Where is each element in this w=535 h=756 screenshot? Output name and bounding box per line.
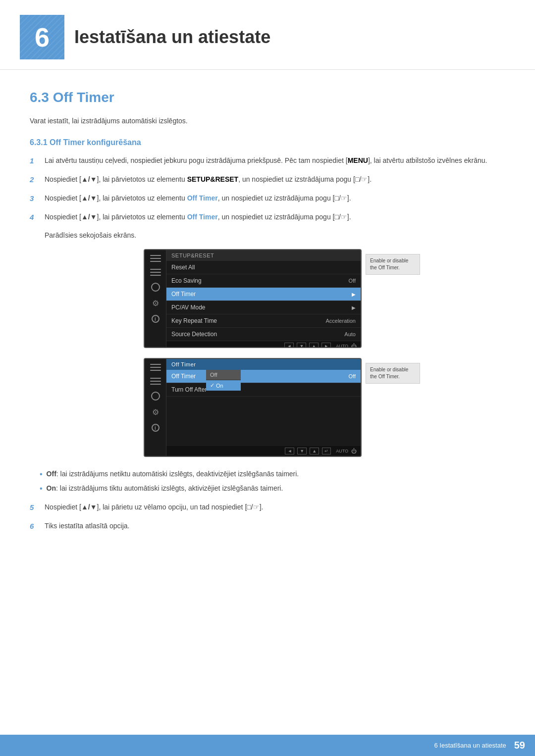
- screen2-bottom-bar: ◄ ▼ ▲ ↵ AUTO ⏻: [166, 446, 361, 456]
- bottom-btn-right: ►: [321, 343, 331, 348]
- sidebar2-icon-monitor: [150, 364, 161, 371]
- screen2-menu-header: Off Timer: [166, 359, 361, 370]
- bullet-item-on: • On: lai izstrādājums tiktu automātiski…: [40, 483, 505, 494]
- screen1-tooltip: Enable or disable the Off Timer.: [366, 254, 420, 275]
- screens-container: ⚙ i SETUP&RESET Reset All Eco Saving Off…: [59, 249, 505, 457]
- screen2-menu-item-off-timer: Off Timer Off Off ✓ On: [166, 370, 361, 383]
- menu-item-reset-all: Reset All: [166, 261, 361, 274]
- screen2-btn-left: ◄: [285, 448, 294, 454]
- screen2-btn-down: ▼: [297, 448, 307, 454]
- chapter-title: Iestatīšana un atiestate: [74, 27, 270, 48]
- sidebar-icon-monitor: [150, 255, 161, 262]
- footer-page-number: 59: [514, 740, 525, 751]
- bottom-btn-down: ▼: [297, 343, 306, 348]
- menu-item-pcav-mode: PC/AV Mode ▶: [166, 301, 361, 314]
- bottom-power-icon: ⏻: [351, 343, 357, 348]
- screen2-auto-label: AUTO: [336, 449, 348, 454]
- bottom-auto-label: AUTO: [336, 344, 348, 348]
- menu-item-source-detection: Source Detection Auto: [166, 328, 361, 341]
- step-2: 2 Nospiediet [▲/▼], lai pārvietotos uz e…: [30, 174, 505, 186]
- page-header: 6 Iestatīšana un atiestate: [0, 0, 535, 70]
- screen2-sidebar: ⚙ i: [145, 359, 166, 456]
- screen2-menu: Off Timer Off Timer Off Off ✓ On Turn Of…: [166, 359, 361, 456]
- sidebar2-icon-lines: [150, 378, 161, 385]
- footer-chapter-text: 6 Iestatīšana un atiestate: [434, 742, 506, 749]
- screen2-tooltip: Enable or disable the Off Timer.: [366, 363, 420, 384]
- sidebar2-icon-gear: ⚙: [152, 407, 159, 417]
- screen1-wrapper: ⚙ i SETUP&RESET Reset All Eco Saving Off…: [144, 249, 421, 348]
- sidebar-icon-gear: ⚙: [152, 299, 159, 308]
- steps-list-2: 5 Nospiediet [▲/▼], lai pārietu uz vēlam…: [30, 502, 505, 532]
- chapter-number: 6: [35, 22, 50, 52]
- screen1-menu: SETUP&RESET Reset All Eco Saving Off Off…: [166, 250, 361, 347]
- step-4: 4 Nospiediet [▲/▼], lai pārvietotos uz e…: [30, 211, 505, 223]
- sidebar-icon-lines: [150, 269, 161, 276]
- menu-item-key-repeat: Key Repeat Time Acceleration: [166, 314, 361, 328]
- step-1: 1 Lai atvērtu taustiņu ceļvedi, nospiedi…: [30, 155, 505, 167]
- steps-list-1: 1 Lai atvērtu taustiņu ceļvedi, nospiedi…: [30, 155, 505, 223]
- sidebar-icon-info: i: [152, 315, 160, 323]
- dropdown-on-option: ✓ On: [206, 380, 241, 391]
- screen2-mockup: ⚙ i Off Timer Off Timer Off Off ✓ On: [144, 358, 362, 457]
- bottom-btn-up: ▲: [309, 343, 319, 348]
- section-title: 6.3 Off Timer: [30, 90, 505, 105]
- menu-item-off-timer-active: Off Timer ▶: [166, 288, 361, 301]
- step-5: 5 Nospiediet [▲/▼], lai pārietu uz vēlam…: [30, 502, 505, 513]
- menu-item-eco-saving: Eco Saving Off: [166, 274, 361, 288]
- page-footer: 6 Iestatīšana un atiestate 59: [0, 735, 535, 756]
- screen2-btn-enter: ↵: [322, 448, 331, 454]
- screen1-sidebar: ⚙ i: [145, 250, 166, 347]
- sidebar2-icon-circle: [151, 392, 160, 401]
- step-3: 3 Nospiediet [▲/▼], lai pārvietotos uz e…: [30, 193, 505, 204]
- sidebar2-icon-info: i: [152, 424, 160, 432]
- screen2-btn-up: ▲: [310, 448, 319, 454]
- sidebar-icon-circle: [151, 283, 160, 292]
- screen2-menu-item-turn-off: Turn Off After: [166, 383, 361, 397]
- subsection-title: 6.3.1 Off Timer konfigurēšana: [30, 138, 505, 147]
- bottom-btn-left: ◄: [284, 343, 294, 348]
- intro-paragraph: Varat iestatīt, lai izstrādājums automāt…: [30, 115, 505, 126]
- bullet-item-off: • Off: lai izstrādājums netiktu automāti…: [40, 469, 505, 479]
- appears-text: Parādīsies sekojošais ekrāns.: [45, 231, 505, 239]
- screen1-mockup: ⚙ i SETUP&RESET Reset All Eco Saving Off…: [144, 249, 362, 348]
- dropdown-panel: Off ✓ On: [206, 370, 241, 391]
- screen2-power-icon: ⏻: [351, 448, 357, 454]
- bullet-list: • Off: lai izstrādājums netiktu automāti…: [40, 469, 505, 494]
- chapter-number-box: 6: [20, 15, 64, 59]
- step-6: 6 Tiks iestatīta atlasītā opcija.: [30, 520, 505, 532]
- screen1-menu-header: SETUP&RESET: [166, 250, 361, 261]
- main-content: 6.3 Off Timer Varat iestatīt, lai izstrā…: [0, 75, 535, 580]
- dropdown-off-option: Off: [206, 370, 241, 380]
- screen2-wrapper: ⚙ i Off Timer Off Timer Off Off ✓ On: [144, 358, 421, 457]
